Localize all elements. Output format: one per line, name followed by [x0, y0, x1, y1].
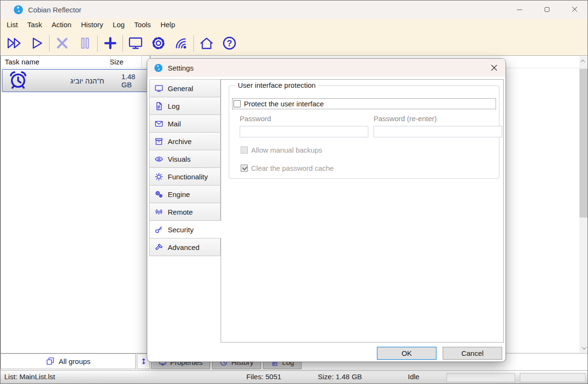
sidebar-item-engine[interactable]: Engine	[149, 185, 221, 203]
question-icon	[222, 35, 237, 51]
new-task-button[interactable]	[99, 33, 122, 54]
maximize-button[interactable]	[533, 0, 561, 19]
pause-button	[73, 33, 96, 54]
dialog-title: Settings	[168, 64, 193, 72]
options-button[interactable]	[147, 33, 170, 54]
x-icon	[54, 35, 70, 51]
run-all-button[interactable]	[2, 33, 25, 54]
sidebar-item-label: Security	[168, 226, 193, 234]
sidebar-item-log[interactable]: Log	[149, 97, 221, 115]
protect-ui-row[interactable]: Protect the user interface	[232, 98, 496, 109]
password-reenter-input[interactable]	[374, 126, 502, 137]
title-bar: Cobian Reflector	[0, 0, 588, 19]
dialog-close-button[interactable]	[490, 63, 498, 72]
protect-ui-label: Protect the user interface	[244, 100, 324, 108]
column-divider[interactable]	[142, 56, 142, 68]
sidebar-item-security[interactable]: Security	[149, 220, 222, 239]
archive-box-icon	[154, 137, 163, 146]
up-down-arrow-icon	[140, 356, 148, 366]
plus-icon	[102, 35, 118, 51]
toolbar-separator	[97, 35, 98, 52]
task-row[interactable]: גיבוי הנה"ח 1.48 GB	[2, 69, 148, 92]
chevron-up-icon	[580, 59, 585, 64]
window-controls	[506, 0, 588, 19]
status-progress-panel	[520, 373, 586, 382]
group-title: User interface protection	[235, 81, 318, 89]
help-button[interactable]	[218, 33, 241, 54]
column-size[interactable]: Size	[107, 58, 123, 66]
sidebar-item-label: General	[168, 84, 193, 93]
scroll-down-button[interactable]	[579, 343, 588, 353]
dialog-title-bar[interactable]: Settings	[147, 59, 506, 77]
menu-history[interactable]: History	[76, 19, 108, 31]
properties-button[interactable]	[124, 33, 147, 54]
sidebar-item-advanced[interactable]: Advanced	[149, 238, 221, 256]
allow-manual-backups-label: Allow manual backups	[251, 146, 322, 154]
security-settings-panel: User interface protection Protect the us…	[221, 79, 504, 342]
clear-password-cache-row: Clear the password cache	[241, 164, 334, 172]
status-bar: List: MainList.lst Files: 5051 Size: 1.4…	[0, 370, 588, 384]
sidebar-item-mail[interactable]: Mail	[149, 114, 221, 133]
sidebar-item-label: Log	[168, 102, 180, 110]
clear-password-cache-checkbox	[241, 165, 248, 172]
ui-protection-group: User interface protection Protect the us…	[229, 85, 499, 179]
menu-list[interactable]: List	[2, 19, 22, 31]
window-title: Cobian Reflector	[28, 6, 81, 14]
status-progress-panel	[446, 373, 515, 382]
ok-button[interactable]: OK	[377, 347, 436, 360]
minimize-icon	[517, 10, 522, 10]
column-divider[interactable]	[110, 56, 111, 68]
pause-icon	[77, 35, 93, 51]
scroll-up-button[interactable]	[579, 56, 588, 66]
menu-task[interactable]: Task	[22, 19, 47, 31]
allow-manual-backups-checkbox	[241, 146, 248, 154]
lightbulb-icon	[154, 172, 163, 181]
vertical-scrollbar[interactable]	[579, 56, 588, 353]
app-icon	[14, 5, 23, 14]
home-button[interactable]	[195, 33, 218, 54]
menu-log[interactable]: Log	[108, 19, 130, 31]
menu-bar: List Task Action History Log Tools Help	[0, 19, 588, 31]
task-list-panel: Task name Size גיבוי הנה"ח 1.48 GB	[0, 55, 150, 353]
close-button[interactable]	[561, 0, 588, 19]
protect-ui-checkbox[interactable]	[233, 100, 241, 107]
cancel-button[interactable]: Cancel	[443, 347, 502, 360]
menu-tools[interactable]: Tools	[130, 19, 156, 31]
layered-pages-icon	[46, 357, 55, 366]
sidebar-item-remote[interactable]: Remote	[149, 203, 221, 221]
sidebar-item-general[interactable]: General	[149, 79, 221, 97]
sidebar-item-visuals[interactable]: Visuals	[149, 150, 221, 168]
toolbar-separator	[49, 35, 50, 52]
sidebar-item-label: Remote	[168, 208, 193, 216]
signal-icon	[173, 35, 189, 51]
menu-action[interactable]: Action	[47, 19, 76, 31]
maximize-icon	[545, 7, 549, 12]
run-button[interactable]	[25, 33, 48, 54]
hammer-icon	[154, 243, 163, 252]
home-icon	[199, 35, 214, 51]
antenna-icon	[154, 208, 163, 217]
sidebar-item-archive[interactable]: Archive	[149, 132, 221, 150]
chevron-down-icon	[582, 345, 587, 350]
gears-icon	[154, 190, 163, 199]
toolbar-separator	[193, 35, 194, 52]
scrollbar-thumb[interactable]	[579, 69, 588, 218]
eye-icon	[154, 155, 163, 164]
sidebar-item-label: Mail	[168, 120, 181, 128]
menu-help[interactable]: Help	[156, 19, 180, 31]
sidebar-item-label: Advanced	[168, 243, 200, 251]
minimize-button[interactable]	[506, 0, 533, 19]
remote-button[interactable]	[170, 33, 193, 54]
sidebar-item-label: Functionality	[168, 173, 208, 181]
fast-forward-icon	[6, 35, 22, 51]
column-task-name[interactable]: Task name	[1, 58, 107, 66]
toolbar	[0, 31, 588, 55]
password-input[interactable]	[240, 126, 368, 137]
monitor-icon	[154, 84, 163, 93]
sidebar-item-functionality[interactable]: Functionality	[149, 167, 221, 186]
alarm-clock-icon	[8, 70, 28, 92]
status-list: List: MainList.lst	[4, 373, 55, 381]
all-groups-selector[interactable]: All groups	[0, 353, 136, 369]
task-size: 1.48 GB	[122, 73, 147, 89]
status-state: Idle	[408, 373, 419, 381]
